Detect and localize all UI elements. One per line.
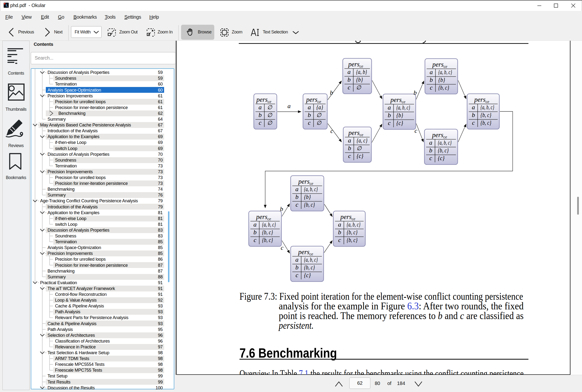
svg-text:{c}: {c} [438, 154, 445, 162]
svg-text:b: b [472, 112, 475, 118]
svg-text:a: a [295, 256, 299, 263]
svg-text:b: b [429, 147, 432, 154]
svg-text:c: c [259, 119, 262, 126]
svg-text:{a, b, c}: {a, b, c} [396, 104, 410, 111]
svg-text:{c}: {c} [396, 120, 403, 126]
svg-text:a: a [348, 137, 351, 144]
svg-text:c: c [295, 272, 298, 278]
svg-text:7.6 Benchmarking: 7.6 Benchmarking [240, 346, 337, 360]
svg-text:{a}: {a} [316, 104, 323, 111]
svg-text:a: a [295, 186, 299, 192]
svg-text:{b, c}: {b, c} [438, 147, 449, 154]
svg-text:{a, b, c}: {a, b, c} [438, 68, 452, 76]
svg-text:c: c [348, 84, 350, 91]
svg-text:{a, b}: {a, b} [356, 68, 367, 75]
svg-text:c: c [414, 127, 417, 134]
svg-text:{c}: {c} [357, 152, 364, 160]
svg-text:{a, b, c}: {a, b, c} [304, 256, 318, 263]
svg-text:b: b [308, 112, 311, 118]
svg-text:∅: ∅ [316, 112, 322, 118]
svg-text:{b, c}: {b, c} [438, 84, 449, 91]
svg-text:{b, c}: {b, c} [262, 236, 273, 244]
svg-text:a: a [287, 102, 291, 110]
svg-text:c: c [330, 128, 333, 134]
svg-text:∅: ∅ [316, 120, 322, 126]
svg-text:b: b [259, 112, 262, 118]
svg-text:{b, c}: {b, c} [480, 119, 491, 126]
svg-text:b: b [330, 89, 333, 96]
svg-text:{b, c}: {b, c} [347, 236, 358, 244]
svg-text:{b, c}: {b, c} [304, 201, 315, 208]
svg-text:a: a [338, 221, 341, 228]
svg-text:c: c [348, 152, 351, 160]
svg-text:c: c [254, 236, 256, 244]
svg-text:a: a [388, 104, 391, 111]
svg-text:{b, c}: {b, c} [480, 112, 491, 118]
svg-text:{a, b, c}: {a, b, c} [304, 186, 318, 192]
svg-text:b: b [295, 193, 299, 200]
svg-text:{b}: {b} [396, 112, 403, 119]
svg-text:Overview In Table 7.1 the resu: Overview In Table 7.1 the results for th… [240, 368, 523, 375]
svg-text:b: b [338, 229, 341, 236]
svg-text:b: b [295, 264, 299, 271]
svg-text:{a, b, c}: {a, b, c} [480, 104, 494, 111]
svg-text:c: c [472, 119, 475, 126]
svg-text:point is reached. The memory: point is reached. The memory references … [279, 310, 523, 321]
svg-text:{b}: {b} [356, 76, 363, 83]
svg-text:∅: ∅ [356, 84, 361, 90]
svg-text:c: c [429, 154, 432, 162]
svg-text:{a, c}: {a, c} [357, 137, 367, 144]
svg-text:b: b [348, 145, 351, 152]
svg-text:a: a [430, 68, 433, 76]
svg-text:∅: ∅ [267, 112, 272, 118]
svg-text:b: b [388, 112, 391, 119]
svg-text:{b}: {b} [438, 76, 445, 83]
svg-text:a: a [259, 104, 262, 111]
svg-text:c: c [308, 119, 311, 126]
svg-text:{b, c}: {b, c} [304, 264, 315, 271]
svg-text:a: a [348, 68, 351, 75]
svg-text:{a, b, c}: {a, b, c} [347, 221, 360, 228]
svg-text:b: b [430, 76, 433, 83]
svg-text:b: b [254, 229, 257, 236]
svg-text:∅: ∅ [267, 120, 272, 126]
svg-text:c: c [338, 236, 341, 244]
svg-text:a: a [429, 139, 432, 146]
svg-text:{b}: {b} [304, 193, 311, 200]
svg-text:b: b [348, 76, 351, 83]
svg-text:{a, b, c}: {a, b, c} [262, 221, 276, 228]
svg-text:a: a [254, 221, 257, 228]
svg-text:{c}: {c} [304, 272, 311, 278]
svg-text:{b, c}: {b, c} [262, 229, 273, 236]
svg-text:persistent.: persistent. [278, 320, 314, 331]
svg-text:b: b [280, 206, 283, 212]
svg-text:∅: ∅ [267, 104, 272, 110]
svg-text:c: c [281, 244, 284, 251]
svg-text:b: b [413, 89, 417, 96]
svg-text:a: a [308, 104, 311, 111]
svg-text:c: c [388, 120, 391, 126]
svg-text:a: a [472, 104, 475, 111]
svg-text:∅: ∅ [357, 145, 362, 152]
svg-text:{a, b, c}: {a, b, c} [438, 139, 452, 146]
svg-text:{b, c}: {b, c} [347, 229, 358, 236]
svg-text:c: c [295, 201, 298, 208]
svg-text:c: c [430, 84, 433, 91]
